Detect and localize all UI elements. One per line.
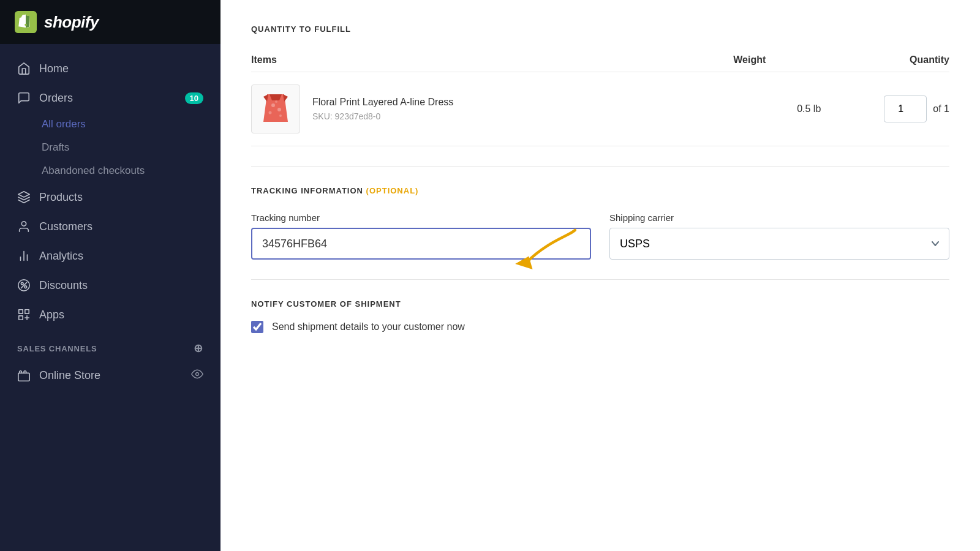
sidebar-item-home[interactable]: Home — [0, 54, 221, 83]
eye-icon[interactable] — [191, 368, 203, 383]
notify-section-title: NOTIFY CUSTOMER OF SHIPMENT — [251, 299, 949, 309]
customers-label: Customers — [39, 220, 92, 233]
dress-image-svg — [255, 88, 296, 130]
orders-label: Orders — [39, 92, 73, 105]
add-sales-channel-icon[interactable]: ⊕ — [194, 342, 203, 355]
discounts-label: Discounts — [39, 279, 88, 292]
svg-point-7 — [21, 282, 23, 285]
sales-channels-label: SALES CHANNELS — [17, 344, 97, 353]
notify-checkbox-row: Send shipment details to your customer n… — [251, 321, 949, 333]
apps-icon — [17, 308, 31, 321]
item-weight: 0.5 lb — [649, 72, 821, 146]
tracking-optional-label: (OPTIONAL) — [366, 186, 419, 195]
svg-point-8 — [24, 286, 27, 288]
svg-rect-9 — [19, 310, 23, 313]
orders-icon — [17, 91, 31, 105]
item-image — [251, 84, 300, 133]
item-sku: SKU: 923d7ed8-0 — [312, 111, 453, 121]
products-label: Products — [39, 191, 83, 204]
products-icon — [17, 190, 31, 204]
notify-section: NOTIFY CUSTOMER OF SHIPMENT Send shipmen… — [251, 299, 949, 333]
sidebar-item-customers[interactable]: Customers — [0, 212, 221, 241]
tracking-number-input[interactable] — [251, 228, 591, 260]
tracking-section: TRACKING INFORMATION (OPTIONAL) Tracking… — [251, 186, 949, 260]
svg-rect-11 — [19, 316, 23, 320]
discounts-icon — [17, 279, 31, 292]
item-cell: Floral Print Layered A-line Dress SKU: 9… — [251, 84, 649, 133]
tracking-number-label: Tracking number — [251, 212, 591, 223]
svg-point-3 — [21, 222, 26, 226]
main-content: QUANTITY TO FULFILL Items Weight Quantit… — [221, 0, 980, 551]
quantity-input[interactable] — [884, 96, 927, 122]
weight-column-header: Weight — [649, 48, 821, 72]
notify-checkbox[interactable] — [251, 321, 263, 333]
shopify-brand-label: shopify — [44, 13, 99, 32]
analytics-label: Analytics — [39, 250, 83, 263]
item-name: Floral Print Layered A-line Dress — [312, 97, 453, 108]
svg-point-23 — [275, 100, 277, 103]
svg-point-20 — [277, 108, 281, 111]
sidebar-nav: Home Orders 10 All orders Drafts Abandon… — [0, 44, 221, 551]
quantity-section-title: QUANTITY TO FULFILL — [251, 24, 949, 34]
sidebar-item-apps[interactable]: Apps — [0, 300, 221, 329]
sidebar-item-products[interactable]: Products — [0, 182, 221, 212]
drafts-label: Drafts — [42, 141, 69, 154]
orders-badge: 10 — [185, 92, 203, 104]
sidebar-item-online-store[interactable]: Online Store — [0, 360, 221, 391]
svg-point-15 — [196, 373, 199, 376]
online-store-icon — [17, 369, 31, 383]
svg-point-1 — [24, 24, 27, 26]
tracking-number-field-group: Tracking number — [251, 212, 591, 260]
shipping-carrier-field-group: Shipping carrier USPS UPS FedEx DHL — [609, 212, 949, 260]
svg-point-21 — [269, 111, 272, 114]
quantity-section: QUANTITY TO FULFILL Items Weight Quantit… — [251, 24, 949, 146]
svg-rect-14 — [18, 373, 29, 381]
table-row: Floral Print Layered A-line Dress SKU: 9… — [251, 72, 949, 146]
sales-channels-section: SALES CHANNELS ⊕ — [0, 329, 221, 360]
online-store-label: Online Store — [39, 369, 100, 382]
abandoned-checkouts-label: Abandoned checkouts — [42, 165, 145, 177]
svg-rect-10 — [25, 310, 29, 313]
sidebar-item-analytics[interactable]: Analytics — [0, 241, 221, 271]
sidebar-item-all-orders[interactable]: All orders — [0, 113, 221, 136]
shipping-carrier-select[interactable]: USPS UPS FedEx DHL — [609, 228, 949, 260]
shipping-carrier-label: Shipping carrier — [609, 212, 949, 223]
quantity-box: of 1 — [884, 96, 949, 122]
items-column-header: Items — [251, 48, 649, 72]
home-icon — [17, 62, 31, 75]
customers-icon — [17, 220, 31, 233]
apps-label: Apps — [39, 309, 64, 321]
item-details: Floral Print Layered A-line Dress SKU: 9… — [312, 97, 453, 121]
sidebar-item-drafts[interactable]: Drafts — [0, 136, 221, 159]
svg-marker-2 — [18, 192, 29, 197]
items-table: Items Weight Quantity — [251, 48, 949, 146]
notify-checkbox-label: Send shipment details to your customer n… — [272, 321, 465, 332]
quantity-of: of 1 — [933, 103, 949, 114]
tracking-section-title: TRACKING INFORMATION (OPTIONAL) — [251, 186, 949, 195]
svg-point-19 — [271, 103, 275, 107]
home-label: Home — [39, 62, 69, 75]
sidebar-item-discounts[interactable]: Discounts — [0, 271, 221, 300]
sidebar-header: shopify — [0, 0, 221, 44]
section-divider-1 — [251, 166, 949, 167]
shopify-logo-icon — [15, 11, 37, 33]
quantity-cell: of 1 — [821, 72, 949, 146]
sidebar-item-abandoned-checkouts[interactable]: Abandoned checkouts — [0, 159, 221, 182]
all-orders-label: All orders — [42, 118, 86, 130]
sidebar-item-orders[interactable]: Orders 10 — [0, 83, 221, 113]
tracking-fields: Tracking number Shipping carrier USPS UP… — [251, 212, 949, 260]
analytics-icon — [17, 249, 31, 263]
sidebar: shopify Home Orders 10 All orders Drafts… — [0, 0, 221, 551]
section-divider-2 — [251, 279, 949, 280]
svg-point-22 — [279, 114, 282, 117]
quantity-column-header: Quantity — [821, 48, 949, 72]
